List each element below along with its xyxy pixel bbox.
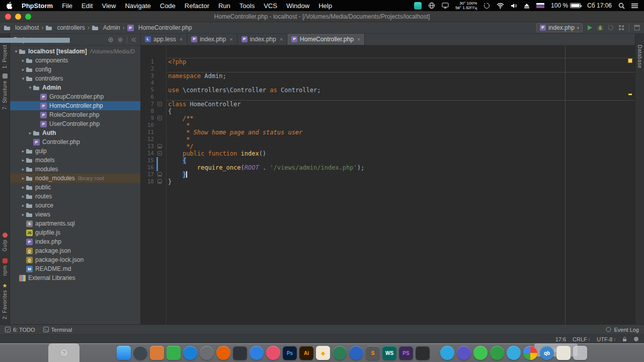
editor-tab-homecontroller-php[interactable]: HomeController.php× xyxy=(287,34,365,45)
tree-item-modules[interactable]: ▸modules xyxy=(10,165,140,174)
tree-item-usercontroller-php[interactable]: UserController.php xyxy=(10,119,140,128)
menu-item-navigate[interactable]: Navigate xyxy=(125,2,150,10)
dock-icon-phpstorm[interactable]: PS xyxy=(399,346,413,360)
menu-item-help[interactable]: Help xyxy=(318,2,332,10)
tool-stripe-button-7-structure[interactable]: 7: Structure xyxy=(2,74,8,110)
dock-icon-vlc[interactable] xyxy=(457,346,471,360)
tool-stripe-button-gulp[interactable]: Gulp xyxy=(2,233,8,251)
close-icon[interactable]: × xyxy=(357,36,360,42)
breadcrumb-item-controllers[interactable]: controllers xyxy=(46,24,85,31)
editor-tab-index-php[interactable]: index.php× xyxy=(237,34,287,45)
code-line[interactable]: 8{ xyxy=(141,108,635,115)
dock-icon-numbers[interactable] xyxy=(167,346,181,360)
tree-item-external-libraries[interactable]: External Libraries xyxy=(10,273,140,282)
event-log-button[interactable]: Event Log xyxy=(606,327,639,333)
hide-panel-icon[interactable] xyxy=(131,37,137,43)
menu-item-code[interactable]: Code xyxy=(160,2,176,10)
tree-expand-icon[interactable]: ▸ xyxy=(20,212,26,217)
breadcrumb-item-admin[interactable]: Admin xyxy=(92,24,120,31)
zoom-window-button[interactable] xyxy=(25,14,31,20)
tree-expand-icon[interactable]: ▸ xyxy=(20,149,26,154)
dock-icon-dropbox[interactable] xyxy=(250,346,264,360)
code-line[interactable]: 4 xyxy=(141,80,635,87)
code-line[interactable]: 3namespace Admin; xyxy=(141,73,635,80)
code-line[interactable]: 10 * xyxy=(141,122,635,129)
code-line[interactable]: 13 */ xyxy=(141,143,635,150)
tree-item-package-lock-json[interactable]: package-lock.json xyxy=(10,255,140,264)
fold-start-icon[interactable]: − xyxy=(157,151,162,156)
tree-item-components[interactable]: ▸components xyxy=(10,56,140,65)
system-stats[interactable]: 30° 100% 58° 1.52ГГц xyxy=(455,1,477,10)
close-icon[interactable]: × xyxy=(280,36,283,42)
menubar-app-name[interactable]: PhpStorm xyxy=(22,2,53,10)
tree-item-controller-php[interactable]: Controller.php xyxy=(10,137,140,147)
close-icon[interactable]: × xyxy=(229,36,232,42)
tree-item-node-modules[interactable]: ▸node_moduleslibrary root xyxy=(10,174,140,183)
fold-end-icon[interactable] xyxy=(157,172,162,177)
editor-tab-index-php[interactable]: index.php× xyxy=(187,34,237,45)
dock-icon-chrome[interactable] xyxy=(523,346,537,360)
menu-item-window[interactable]: Window xyxy=(286,2,309,10)
tree-item-public[interactable]: ▸public xyxy=(10,183,140,192)
tree-item-controllers[interactable]: ▾controllers xyxy=(10,74,140,83)
tree-item-source[interactable]: ▸source xyxy=(10,201,140,210)
dock-icon-finder[interactable] xyxy=(117,346,131,360)
tree-expand-icon[interactable]: ▸ xyxy=(20,194,26,199)
code-line[interactable]: 11 * Show home page and status user xyxy=(141,129,635,136)
fold-start-icon[interactable]: − xyxy=(157,116,162,120)
tree-item-readme-md[interactable]: README.md xyxy=(10,264,140,273)
time-machine-icon[interactable] xyxy=(484,3,490,9)
file-encoding-select[interactable]: UTF-8 ↕ xyxy=(597,336,616,342)
menubar-app-icon[interactable] xyxy=(414,2,422,10)
code-line[interactable]: 17 } xyxy=(141,171,635,178)
profiler-icon[interactable] xyxy=(618,25,624,31)
code-editor[interactable]: 1<?php23namespace Admin;45use \controlle… xyxy=(141,45,635,324)
tree-expand-icon[interactable]: ▸ xyxy=(20,185,26,190)
tree-item-gulpfile-js[interactable]: gulpfile.js xyxy=(10,228,140,237)
tool-stripe-button-database[interactable]: Database xyxy=(637,38,642,68)
code-line[interactable]: 5use \controllers\Controller as Controll… xyxy=(141,87,635,94)
inspection-status-marker[interactable] xyxy=(628,58,632,63)
dock-icon-illustrator[interactable]: Ai xyxy=(299,346,313,360)
dock-icon-itunes[interactable] xyxy=(266,346,280,360)
menu-item-view[interactable]: View xyxy=(102,2,116,10)
code-line[interactable]: 6 xyxy=(141,94,635,101)
caret-position[interactable]: 17:6 xyxy=(555,336,566,342)
terminal-tool-button[interactable]: Terminal xyxy=(43,327,72,333)
gear-icon[interactable] xyxy=(117,37,123,43)
fold-end-icon[interactable] xyxy=(157,179,162,184)
tree-item-gulp[interactable]: ▸gulp xyxy=(10,147,140,156)
close-window-button[interactable] xyxy=(5,14,11,20)
tree-item-package-json[interactable]: package.json xyxy=(10,246,140,255)
tool-stripe-button-npm[interactable]: npm xyxy=(2,258,8,276)
dock-icon-sketch[interactable]: ◆ xyxy=(316,346,330,360)
dock-icon-android-studio[interactable] xyxy=(333,346,347,360)
dock-icon-whatsapp[interactable] xyxy=(473,346,488,360)
code-line[interactable]: 16 require_once(ROOT . '/views/admin/ind… xyxy=(141,164,635,171)
dock-icon-qbittorrent[interactable]: qb xyxy=(540,346,554,360)
close-icon[interactable]: × xyxy=(180,36,183,42)
dock-icon-webstorm[interactable]: WS xyxy=(382,346,396,360)
dock-icon-system-preferences[interactable] xyxy=(200,346,214,360)
tree-expand-icon[interactable]: ▸ xyxy=(20,167,26,172)
dock-icon-xcode[interactable] xyxy=(349,346,363,360)
menu-item-run[interactable]: Run xyxy=(218,2,230,10)
menu-item-vcs[interactable]: VCS xyxy=(264,2,277,10)
dock-icon-appstore[interactable] xyxy=(183,346,197,360)
tree-expand-icon[interactable]: ▸ xyxy=(20,158,26,163)
apple-menu-icon[interactable] xyxy=(6,2,13,10)
tree-item-index-php[interactable]: index.php xyxy=(10,237,140,246)
tree-item-routes[interactable]: ▸routes xyxy=(10,192,140,201)
tree-item-models[interactable]: ▸models xyxy=(10,156,140,165)
tree-expand-icon[interactable]: ▸ xyxy=(20,176,26,181)
code-line[interactable]: 7−class HomeController xyxy=(141,101,635,108)
dock-icon-photoshop[interactable]: Ps xyxy=(283,346,297,360)
code-line[interactable]: 9− /** xyxy=(141,115,635,122)
run-with-coverage-icon[interactable] xyxy=(608,25,614,31)
menu-item-edit[interactable]: Edit xyxy=(82,2,93,10)
dock-icon-notes[interactable] xyxy=(556,346,571,360)
dock-icon-safari[interactable] xyxy=(133,346,147,360)
eject-icon[interactable] xyxy=(524,3,530,9)
tree-item-rolecontroller-php[interactable]: RoleController.php xyxy=(10,110,140,119)
breadcrumb-item-localhost[interactable]: localhost xyxy=(4,24,39,31)
